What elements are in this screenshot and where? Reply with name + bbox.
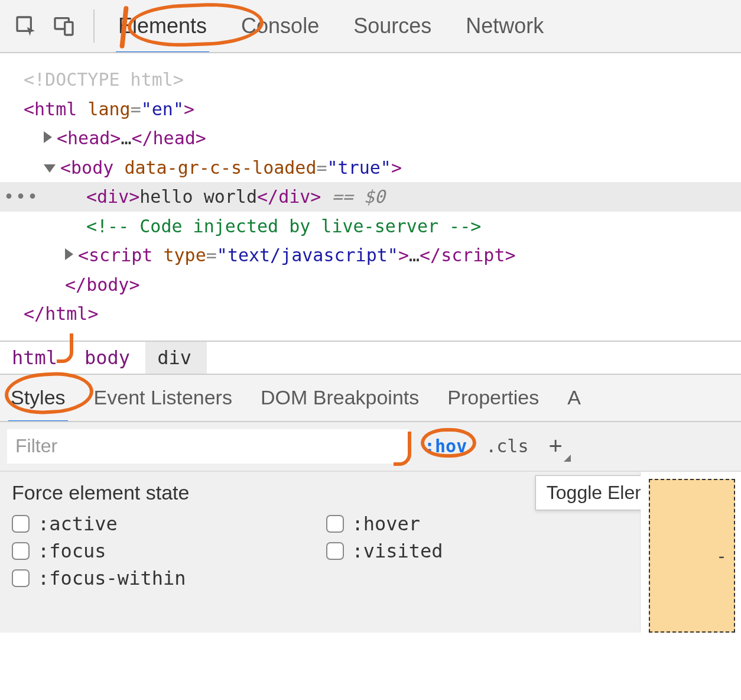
toggle-hov-button[interactable]: :hov	[421, 433, 470, 459]
dom-body-open[interactable]: <body data-gr-c-s-loaded="true">	[24, 153, 741, 183]
force-state-focus-within[interactable]: :focus-within	[12, 567, 314, 589]
breadcrumb: html body div	[0, 341, 741, 374]
tab-network[interactable]: Network	[463, 14, 546, 38]
checkbox-icon[interactable]	[12, 515, 30, 533]
styles-subtabs: Styles Event Listeners DOM Breakpoints P…	[0, 374, 741, 422]
breadcrumb-item[interactable]: html	[0, 342, 73, 374]
devtools-toolbar: Elements Console Sources Network	[0, 0, 741, 53]
dom-html-open[interactable]: <html lang="en">	[24, 95, 741, 124]
tab-elements[interactable]: Elements	[116, 14, 209, 38]
dom-comment[interactable]: <!-- Code injected by live-server -->	[24, 212, 741, 241]
subtab-properties[interactable]: Properties	[445, 386, 541, 409]
tab-console[interactable]: Console	[239, 14, 321, 38]
inspect-element-icon[interactable]	[14, 14, 38, 38]
tab-sources[interactable]: Sources	[351, 14, 434, 38]
toggle-cls-button[interactable]: .cls	[482, 433, 532, 459]
dom-script[interactable]: <script type="text/javascript">…</script…	[24, 241, 741, 270]
force-state-focus[interactable]: :focus	[12, 540, 314, 562]
dom-body-close[interactable]: </body>	[24, 270, 741, 300]
new-style-rule-button[interactable]: +	[544, 433, 567, 459]
styles-header: :hov .cls + Toggle Element State	[0, 422, 741, 472]
dom-tree[interactable]: <!DOCTYPE html> <html lang="en"> <head>……	[0, 53, 741, 341]
checkbox-icon[interactable]	[12, 569, 30, 587]
breadcrumb-item-selected[interactable]: div	[145, 342, 207, 374]
styles-filter-input[interactable]	[7, 429, 409, 464]
subtab-accessibility[interactable]: A	[565, 386, 583, 409]
svg-rect-2	[65, 22, 73, 35]
subtab-event-listeners[interactable]: Event Listeners	[92, 386, 235, 409]
ellipsis-icon[interactable]: •••	[4, 182, 39, 212]
force-state-active[interactable]: :active	[12, 513, 314, 535]
dom-doctype[interactable]: <!DOCTYPE html>	[24, 65, 741, 95]
box-model-preview: -	[641, 472, 741, 633]
force-state-hover[interactable]: :hover	[326, 513, 629, 535]
toolbar-separator	[93, 9, 95, 43]
subtab-styles[interactable]: Styles	[8, 386, 68, 409]
breadcrumb-item[interactable]: body	[73, 342, 145, 374]
dropdown-corner-icon	[564, 455, 571, 462]
dom-html-close[interactable]: </html>	[24, 299, 741, 329]
device-toolbar-icon[interactable]	[52, 14, 76, 38]
checkbox-icon[interactable]	[326, 542, 344, 560]
force-state-visited[interactable]: :visited	[326, 540, 629, 562]
dom-head[interactable]: <head>…</head>	[24, 124, 741, 153]
dom-selected-node[interactable]: ••• <div>hello world</div> == $0	[0, 182, 741, 212]
checkbox-icon[interactable]	[12, 542, 30, 560]
expand-icon[interactable]	[44, 131, 52, 143]
collapse-icon[interactable]	[44, 164, 56, 173]
main-tabs: Elements Console Sources Network	[112, 14, 546, 38]
checkbox-icon[interactable]	[326, 515, 344, 533]
expand-icon[interactable]	[65, 248, 73, 260]
subtab-dom-breakpoints[interactable]: DOM Breakpoints	[258, 386, 421, 409]
